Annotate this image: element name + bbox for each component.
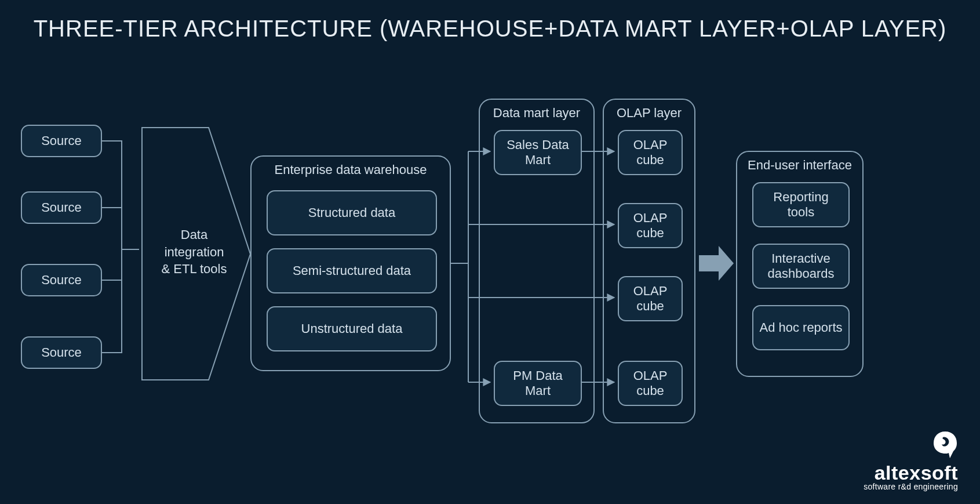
brand-logo: altexsoft software r&d engineering	[864, 430, 958, 491]
data-mart-label: Data mart layer	[480, 106, 593, 121]
warehouse-item-unstructured: Unstructured data	[267, 306, 437, 351]
logo-brand: altexsoft	[864, 462, 958, 484]
data-mart-group: Data mart layer Sales Data Mart PM Data …	[479, 99, 595, 423]
end-user-dashboards: Interactive dashboards	[752, 244, 850, 289]
diagram-title: THREE-TIER ARCHITECTURE (WAREHOUSE+DATA …	[0, 14, 980, 43]
end-user-group: End-user interface Reporting tools Inter…	[736, 151, 864, 377]
data-mart-sales: Sales Data Mart	[494, 130, 582, 175]
olap-label: OLAP layer	[604, 106, 694, 121]
warehouse-group: Enterprise data warehouse Structured dat…	[250, 155, 451, 371]
source-box-1: Source	[21, 125, 102, 157]
olap-cube-4: OLAP cube	[618, 361, 683, 406]
end-user-adhoc: Ad hoc reports	[752, 305, 850, 350]
logo-tagline: software r&d engineering	[864, 482, 958, 491]
warehouse-item-semistructured: Semi-structured data	[267, 248, 437, 293]
source-box-3: Source	[21, 264, 102, 296]
logo-icon	[932, 430, 958, 459]
source-box-2: Source	[21, 191, 102, 224]
end-user-reporting: Reporting tools	[752, 182, 850, 227]
source-box-4: Source	[21, 336, 102, 369]
warehouse-item-structured: Structured data	[267, 190, 437, 235]
olap-cube-1: OLAP cube	[618, 130, 683, 175]
olap-cube-2: OLAP cube	[618, 203, 683, 248]
warehouse-label: Enterprise data warehouse	[252, 162, 450, 177]
olap-cube-3: OLAP cube	[618, 276, 683, 321]
end-user-label: End-user interface	[737, 158, 862, 173]
olap-group: OLAP layer OLAP cube OLAP cube OLAP cube…	[603, 99, 695, 423]
etl-label: Data integration & ETL tools	[154, 226, 235, 278]
data-mart-pm: PM Data Mart	[494, 361, 582, 406]
